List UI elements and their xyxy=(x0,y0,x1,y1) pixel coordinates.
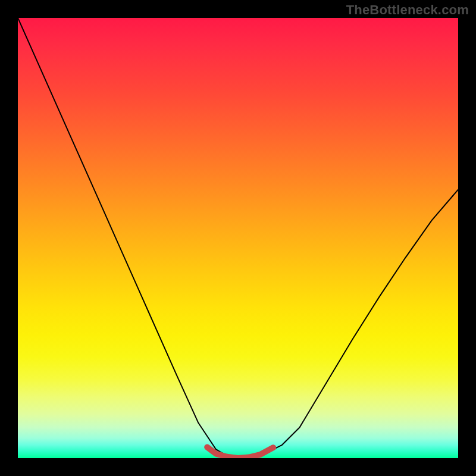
watermark-text: TheBottleneck.com xyxy=(346,2,469,18)
highlight-path xyxy=(207,447,273,459)
plot-area xyxy=(18,18,458,458)
chart-frame: TheBottleneck.com xyxy=(0,0,476,476)
chart-svg xyxy=(18,18,458,458)
curve-path xyxy=(18,18,458,458)
